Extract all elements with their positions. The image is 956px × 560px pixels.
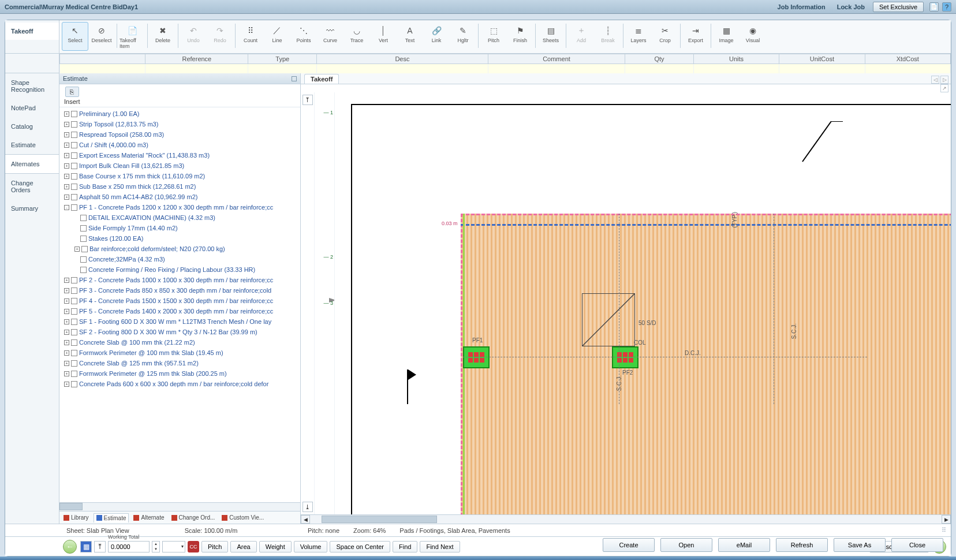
tab-prev-icon[interactable]: ◁ [931, 76, 939, 84]
tool-trace[interactable]: ◡Trace [343, 22, 370, 51]
col-Comment[interactable]: Comment [488, 54, 625, 64]
tab-change-orders[interactable]: Change Orders [5, 174, 59, 199]
tool-hgltr[interactable]: ✎Hgltr [450, 22, 476, 51]
tab-notepad[interactable]: NotePad [5, 99, 59, 117]
tree-item[interactable]: +PF 4 - Concrete Pads 1500 x 1500 x 300 … [64, 296, 298, 306]
tab-next-icon[interactable]: ▷ [940, 76, 948, 84]
checkbox[interactable] [71, 121, 77, 128]
tree-item[interactable]: +PF 2 - Concrete Pads 1000 x 1000 x 300 … [64, 275, 298, 285]
col-XtdCost[interactable]: XtdCost [865, 54, 950, 64]
checkbox[interactable] [71, 288, 77, 294]
col-Units[interactable]: Units [693, 54, 779, 64]
expand-icon[interactable]: + [64, 153, 69, 158]
tab-alternates[interactable]: Alternates [5, 154, 59, 174]
checkbox[interactable] [80, 215, 87, 221]
tool-sheets[interactable]: ▤Sheets [537, 22, 564, 51]
expand-icon[interactable]: - [64, 205, 69, 210]
col-Type[interactable]: Type [248, 54, 317, 64]
checkbox[interactable] [80, 225, 87, 232]
col-Qty[interactable]: Qty [625, 54, 694, 64]
tool-count[interactable]: ⠿Count [237, 22, 264, 51]
tool-deselect[interactable]: ⊘Deselect [88, 22, 115, 51]
tree-item[interactable]: +Base Course x 175 mm thick (11,610.09 m… [64, 171, 298, 181]
expand-icon[interactable]: + [64, 184, 69, 189]
drawing-canvas[interactable]: 0.03 m [334, 92, 951, 514]
checkbox[interactable] [80, 236, 87, 242]
tree-item[interactable]: +Bar reinforce;cold deform/steel; N20 (2… [64, 244, 298, 254]
expand-icon[interactable]: + [64, 350, 69, 356]
cell-Qty[interactable] [625, 64, 694, 74]
close-button[interactable]: Close [891, 538, 943, 552]
tool-points[interactable]: ⋱Points [290, 22, 317, 51]
tree-item[interactable]: +SF 2 - Footing 800 D X 300 W mm * Qty 3… [64, 327, 298, 337]
expand-icon[interactable]: + [64, 319, 69, 324]
tool-text[interactable]: AText [397, 22, 423, 51]
ptab-change-orders[interactable]: Change Ord... [169, 513, 218, 522]
expand-icon[interactable]: + [64, 174, 69, 179]
tab-catalog[interactable]: Catalog [5, 117, 59, 136]
expand-icon[interactable]: + [64, 111, 69, 117]
expand-icon[interactable]: + [64, 330, 69, 335]
tree-item[interactable]: -PF 1 - Concrete Pads 1200 x 1200 x 300 … [64, 202, 298, 212]
checkbox[interactable] [71, 204, 77, 211]
tool-export[interactable]: ⇥Export [682, 22, 709, 51]
pad-marker-pf1[interactable] [463, 346, 490, 368]
expand-icon[interactable]: + [64, 195, 69, 200]
checkbox[interactable] [71, 184, 77, 190]
tree-item[interactable]: +Formwork Perimeter @ 100 mm thk Slab (1… [64, 348, 298, 358]
tree-item[interactable]: +Cut / Shift (4,000.00 m3) [64, 140, 298, 150]
checkbox[interactable] [71, 339, 77, 346]
checkbox[interactable] [71, 173, 77, 180]
cell-blank[interactable] [60, 64, 145, 74]
checkbox[interactable] [71, 360, 77, 367]
expand-icon[interactable]: + [64, 298, 69, 304]
set-exclusive-button[interactable]: Set Exclusive [873, 2, 924, 12]
cell-UnitCost[interactable] [779, 64, 865, 74]
checkbox[interactable] [71, 152, 77, 159]
app-icon[interactable]: 📄 [929, 2, 939, 12]
checkbox[interactable] [71, 194, 77, 200]
tree-item[interactable]: +Concrete Slab @ 125 mm thk (957.51 m2) [64, 358, 298, 368]
ptab-custom-view[interactable]: Custom Vie... [219, 513, 266, 522]
tool-crop[interactable]: ✂Crop [652, 22, 678, 51]
tree-item[interactable]: +PF 3 - Concrete Pads 850 x 850 x 300 de… [64, 285, 298, 296]
email-button[interactable]: eMail [718, 538, 770, 552]
expand-icon[interactable]: + [64, 278, 69, 283]
tool-layers[interactable]: ≣Layers [625, 22, 652, 51]
col-Reference[interactable]: Reference [145, 54, 248, 64]
pin-icon[interactable] [292, 76, 297, 81]
col-blank[interactable] [60, 54, 145, 64]
tree-item[interactable]: +SF 1 - Footing 600 D X 300 W mm * L12TM… [64, 316, 298, 327]
expand-icon[interactable]: + [64, 288, 69, 293]
ptab-library[interactable]: Library [61, 513, 91, 522]
tab-shape-recognition[interactable]: Shape Recognition [5, 73, 59, 99]
resize-grip-icon[interactable]: ⠿ [942, 527, 951, 534]
ptab-estimate[interactable]: Estimate [94, 513, 129, 522]
tree-item[interactable]: +Sub Base x 250 mm thick (12,268.61 m2) [64, 181, 298, 192]
tool-delete[interactable]: ✖Delete [150, 22, 176, 51]
help-icon[interactable]: ? [942, 2, 951, 12]
checkbox[interactable] [71, 277, 77, 283]
drawing-tab-takeoff[interactable]: Takeoff [304, 74, 339, 84]
tool-link[interactable]: 🔗Link [423, 22, 450, 51]
tree-item[interactable]: +Formwork Perimeter @ 125 mm thk Slab (2… [64, 368, 298, 379]
estimate-tree[interactable]: +Preliminary (1.00 EA)+Strip Topsoil (12… [59, 107, 300, 502]
expand-icon[interactable]: + [64, 163, 69, 169]
cell-Reference[interactable] [145, 64, 248, 74]
pad-marker-pf2[interactable] [612, 346, 638, 368]
checkbox[interactable] [81, 246, 88, 252]
tool-visual[interactable]: ◉Visual [740, 22, 766, 51]
tool-takeoffitem[interactable]: 📄Takeoff Item [119, 22, 145, 51]
tree-item[interactable]: Concrete Forming / Reo Fixing / Placing … [64, 264, 298, 275]
tab-takeoff[interactable]: Takeoff [5, 23, 59, 40]
col-UnitCost[interactable]: UnitCost [779, 54, 865, 64]
tree-item[interactable]: Concrete;32MPa (4.32 m3) [64, 254, 298, 264]
col-Desc[interactable]: Desc [317, 54, 488, 64]
checkbox[interactable] [71, 163, 77, 169]
tool-vert[interactable]: │Vert [370, 22, 397, 51]
expand-icon[interactable]: + [64, 361, 69, 366]
checkbox[interactable] [71, 132, 77, 138]
tree-item[interactable]: +Concrete Pads 600 x 600 x 300 depth mm … [64, 379, 298, 389]
checkbox[interactable] [71, 350, 77, 356]
expand-icon[interactable]: ↗ [940, 84, 948, 92]
